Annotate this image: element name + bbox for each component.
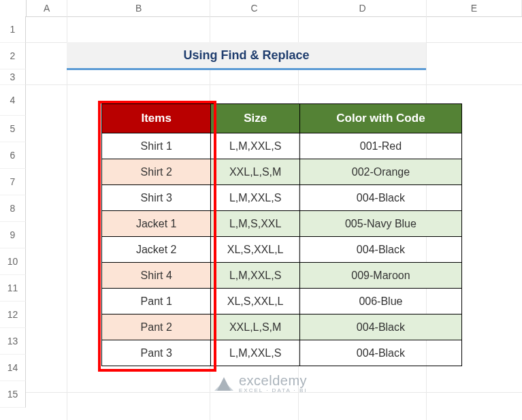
cell-items[interactable]: Shirt 3 (102, 184, 210, 210)
row-header-9[interactable]: 9 (0, 222, 26, 248)
gridline-v (67, 16, 67, 420)
cell-color[interactable]: 004-Black (299, 340, 461, 366)
cell-items[interactable]: Shirt 2 (102, 159, 210, 184)
cell-items[interactable]: Shirt 4 (102, 262, 210, 288)
row-header-15[interactable]: 15 (0, 381, 26, 408)
row-header-10[interactable]: 10 (0, 248, 26, 275)
table-row: Shirt 3 L,M,XXL,S 004-Black (102, 184, 461, 210)
cell-size[interactable]: XXL,L,S,M (210, 314, 299, 340)
row-header-5[interactable]: 5 (0, 116, 26, 142)
cell-size[interactable]: XL,S,XXL,L (210, 288, 299, 314)
header-items[interactable]: Items (102, 104, 210, 133)
column-header-B[interactable]: B (67, 0, 210, 16)
data-table: Items Size Color with Code Shirt 1 L,M,X… (101, 103, 462, 366)
row-header-6[interactable]: 6 (0, 142, 26, 169)
cell-size[interactable]: L,M,XXL,S (210, 340, 299, 366)
cell-items[interactable]: Jacket 1 (102, 210, 210, 236)
cell-size[interactable]: XXL,L,S,M (210, 159, 299, 184)
row-header-13[interactable]: 13 (0, 328, 26, 355)
watermark-logo: exceldemy EXCEL · DATA · BI (214, 373, 308, 393)
cell-items[interactable]: Pant 2 (102, 314, 210, 340)
column-header-D[interactable]: D (299, 0, 427, 16)
cell-size[interactable]: L,M,XXL,S (210, 262, 299, 288)
table-row: Shirt 4 L,M,XXL,S 009-Maroon (102, 262, 461, 288)
row-header-8[interactable]: 8 (0, 195, 26, 222)
column-header-A[interactable]: A (27, 0, 68, 16)
cell-color[interactable]: 006-Blue (299, 288, 461, 314)
column-header-C[interactable]: C (210, 0, 299, 16)
cell-size[interactable]: L,M,S,XXL (210, 210, 299, 236)
cell-size[interactable]: L,M,XXL,S (210, 133, 299, 159)
cell-items[interactable]: Pant 3 (102, 340, 210, 366)
cell-items[interactable]: Jacket 2 (102, 236, 210, 262)
watermark-brand: exceldemy (239, 373, 308, 389)
chart-icon (214, 376, 233, 391)
cell-items[interactable]: Shirt 1 (102, 133, 210, 159)
table-row: Pant 1 XL,S,XXL,L 006-Blue (102, 288, 461, 314)
table-row: Shirt 1 L,M,XXL,S 001-Red (102, 133, 461, 159)
table-row: Pant 3 L,M,XXL,S 004-Black (102, 340, 461, 366)
spreadsheet-viewport: A B C D E 1 2 3 4 5 6 7 8 9 10 11 12 13 … (0, 0, 522, 420)
watermark-subtitle: EXCEL · DATA · BI (239, 387, 308, 393)
cell-size[interactable]: XL,S,XXL,L (210, 236, 299, 262)
table-header-row: Items Size Color with Code (102, 104, 461, 133)
select-all-corner[interactable] (0, 0, 27, 16)
cell-size[interactable]: L,M,XXL,S (210, 184, 299, 210)
table-row: Jacket 1 L,M,S,XXL 005-Navy Blue (102, 210, 461, 236)
cell-color[interactable]: 005-Navy Blue (299, 210, 461, 236)
gridline-h (26, 84, 522, 85)
row-header-2[interactable]: 2 (0, 43, 26, 69)
header-size[interactable]: Size (210, 104, 299, 133)
cell-color[interactable]: 004-Black (299, 184, 461, 210)
cell-color[interactable]: 004-Black (299, 236, 461, 262)
page-title: Using Find & Replace (67, 42, 426, 70)
cell-color[interactable]: 004-Black (299, 314, 461, 340)
cell-color[interactable]: 002-Orange (299, 159, 461, 184)
header-color[interactable]: Color with Code (299, 104, 461, 133)
row-header-14[interactable]: 14 (0, 355, 26, 381)
row-header-column: 1 2 3 4 5 6 7 8 9 10 11 12 13 14 15 (0, 16, 26, 408)
cell-color[interactable]: 009-Maroon (299, 262, 461, 288)
row-header-1[interactable]: 1 (0, 16, 26, 43)
column-header-row: A B C D E (0, 0, 522, 17)
row-header-12[interactable]: 12 (0, 302, 26, 328)
row-header-4[interactable]: 4 (0, 85, 26, 116)
column-header-E[interactable]: E (427, 0, 522, 16)
table-row: Pant 2 XXL,L,S,M 004-Black (102, 314, 461, 340)
table-row: Jacket 2 XL,S,XXL,L 004-Black (102, 236, 461, 262)
row-header-7[interactable]: 7 (0, 169, 26, 195)
row-header-3[interactable]: 3 (0, 69, 26, 85)
cell-color[interactable]: 001-Red (299, 133, 461, 159)
row-header-11[interactable]: 11 (0, 275, 26, 302)
cell-items[interactable]: Pant 1 (102, 288, 210, 314)
table-row: Shirt 2 XXL,L,S,M 002-Orange (102, 159, 461, 184)
